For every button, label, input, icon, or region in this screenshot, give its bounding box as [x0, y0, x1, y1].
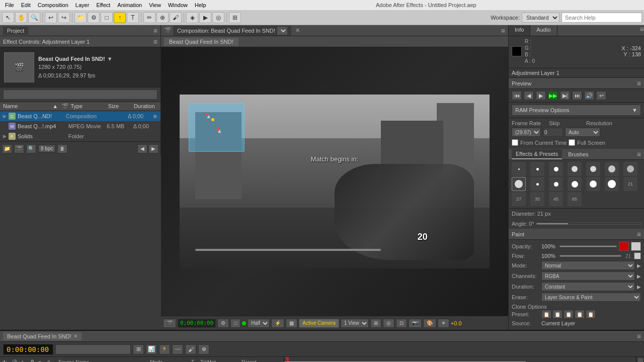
menu-item-file[interactable]: File	[2, 1, 17, 9]
paint-tab[interactable]: Paint	[512, 231, 524, 237]
brushes-tab[interactable]: Brushes	[564, 150, 592, 159]
settings-btn[interactable]: ⚙	[88, 12, 100, 23]
info-panel-menu[interactable]: ≡	[640, 25, 644, 36]
tl-path-btn[interactable]: 〰	[172, 344, 183, 354]
new-comp-from-item-btn[interactable]: 🎬	[14, 144, 24, 153]
mode-arrow[interactable]: ▶	[637, 263, 641, 268]
comp-dropdown-arrow[interactable]: ▼	[107, 55, 113, 63]
timeline-timecode[interactable]: 0:00:00:00	[3, 344, 53, 355]
delete-btn[interactable]: 🗑	[57, 144, 67, 153]
tl-draft-btn[interactable]: ⊞	[133, 344, 144, 354]
flow-value[interactable]: 100%	[541, 253, 555, 259]
brush-5[interactable]	[530, 162, 544, 176]
opacity-bar[interactable]	[559, 245, 617, 247]
transparency-btn[interactable]: ▦	[286, 319, 297, 328]
brush-9[interactable]	[549, 162, 563, 176]
preset-btn-3[interactable]: 📋	[564, 310, 574, 319]
duration-select[interactable]: Constant	[541, 282, 635, 291]
frame-rate-select[interactable]: (29.97)	[512, 128, 541, 137]
item-0-expand[interactable]: ▶	[3, 114, 7, 119]
region-of-interest-btn[interactable]: □	[230, 319, 240, 328]
brush-21-hard[interactable]: 21	[623, 177, 637, 191]
new-folder-btn[interactable]: 📁	[2, 144, 12, 153]
color-bg[interactable]	[631, 242, 641, 251]
skip-input[interactable]	[543, 128, 563, 137]
brush-13-hard[interactable]	[568, 177, 582, 191]
close-comp-panel[interactable]: ✕	[295, 27, 300, 34]
rect-tool-btn[interactable]: □	[101, 12, 113, 23]
tl-graph-btn[interactable]: 📊	[146, 344, 157, 354]
project-tab[interactable]: Project	[3, 27, 28, 35]
puppet-btn[interactable]: ⊕	[156, 12, 169, 23]
comp-name-tab[interactable]: Beast Quad Feed In SND!	[164, 38, 238, 46]
info-tab[interactable]: Info	[509, 25, 530, 36]
brush-13[interactable]	[568, 162, 582, 176]
brush-35[interactable]: 35	[530, 192, 544, 206]
timeline-tab[interactable]: Beast Quad Feed In SND! ✕	[3, 332, 82, 340]
menu-item-composition[interactable]: Composition	[35, 1, 71, 9]
comp-panel-menu[interactable]: ≡	[501, 27, 505, 35]
tl-motion-btn[interactable]: 🏃	[159, 344, 170, 354]
fx-panel-menu[interactable]: ≡	[637, 150, 641, 158]
fast-preview-btn[interactable]: ⚡	[271, 319, 284, 328]
color-swatch[interactable]	[512, 46, 522, 56]
grid-btn[interactable]: ⊞	[370, 319, 381, 328]
timeline-search[interactable]	[55, 344, 131, 354]
active-camera-btn[interactable]: Active Camera	[299, 319, 339, 328]
next-frame-btn[interactable]: ▶|	[560, 91, 570, 100]
pen-tool-btn[interactable]: ✏	[143, 12, 155, 23]
brush-21-selected[interactable]	[512, 177, 526, 191]
preview-tab[interactable]: Preview	[512, 80, 531, 86]
erase-select[interactable]: Layer Source & Paint	[541, 293, 641, 302]
brush-17-hard[interactable]	[586, 177, 600, 191]
brush-19-hard[interactable]	[605, 177, 619, 191]
overlay-btn[interactable]: ◎	[383, 319, 394, 328]
track-btn[interactable]: ◎	[212, 12, 224, 23]
menu-item-view[interactable]: View	[146, 1, 164, 9]
select-tool-btn[interactable]: ↖	[2, 12, 14, 23]
opacity-value[interactable]: 100%	[541, 243, 555, 249]
safe-margins-btn[interactable]: ⊡	[396, 319, 407, 328]
loop-btn[interactable]: ↩	[596, 91, 606, 100]
timeline-playhead[interactable]	[287, 357, 287, 362]
color-fg[interactable]	[619, 242, 629, 251]
menu-item-edit[interactable]: Edit	[18, 1, 34, 9]
from-current-time-checkbox[interactable]	[512, 139, 518, 146]
scroll-thumb[interactable]	[638, 358, 643, 362]
bpc-badge[interactable]: 8 bpc	[38, 145, 55, 152]
brush-27[interactable]: 27	[512, 192, 526, 206]
quality-select[interactable]: Half	[248, 319, 270, 328]
workspace-select[interactable]: Standard	[522, 13, 559, 23]
audio-btn[interactable]: 🔊	[584, 91, 594, 100]
comp-panel-select[interactable]	[277, 27, 287, 35]
roto-btn[interactable]: ▶	[199, 12, 211, 23]
preset-btn-5[interactable]: 📋	[586, 310, 596, 319]
menu-item-animation[interactable]: Animation	[114, 1, 145, 9]
brush-3[interactable]	[512, 162, 526, 176]
preview-menu[interactable]: ≡	[637, 79, 641, 87]
project-search-input[interactable]	[3, 89, 157, 100]
tl-puppet-btn[interactable]: ⊕	[198, 344, 209, 354]
paint-btn[interactable]: 🖌	[170, 12, 182, 23]
menu-item-layer[interactable]: Layer	[72, 1, 93, 9]
project-panel-menu[interactable]: ≡	[153, 27, 157, 35]
first-frame-btn[interactable]: ⏮	[512, 91, 522, 100]
motion-btn[interactable]: ◈	[186, 12, 198, 23]
preset-btn-2[interactable]: 📋	[552, 310, 562, 319]
header-sort[interactable]: ▲	[52, 103, 59, 110]
channels-select[interactable]: RGBA	[541, 272, 635, 281]
comp-settings-btn[interactable]: ⚙	[217, 319, 229, 328]
menu-item-effect[interactable]: Effect	[93, 1, 113, 9]
mode-select[interactable]: Normal	[541, 261, 635, 270]
paint-panel-menu[interactable]: ≡	[637, 230, 641, 238]
new-comp-btn[interactable]: 📁	[74, 12, 87, 23]
project-item-0[interactable]: ▶ C Beast Q...ND! Composition Δ 0;00 ▣	[0, 111, 160, 121]
cursor-btn[interactable]: ↑	[114, 12, 126, 23]
duration-dropdown[interactable]: ▶	[637, 284, 641, 290]
menu-item-help[interactable]: Help	[192, 1, 209, 9]
tl-brush-tl-btn[interactable]: 🖌	[185, 344, 196, 354]
brush-65[interactable]: 65	[568, 192, 582, 206]
resolution-select[interactable]: Auto	[565, 128, 600, 137]
timeline-scrollbar[interactable]	[636, 357, 644, 362]
zoom-tool-btn[interactable]: 🔍	[28, 12, 40, 23]
